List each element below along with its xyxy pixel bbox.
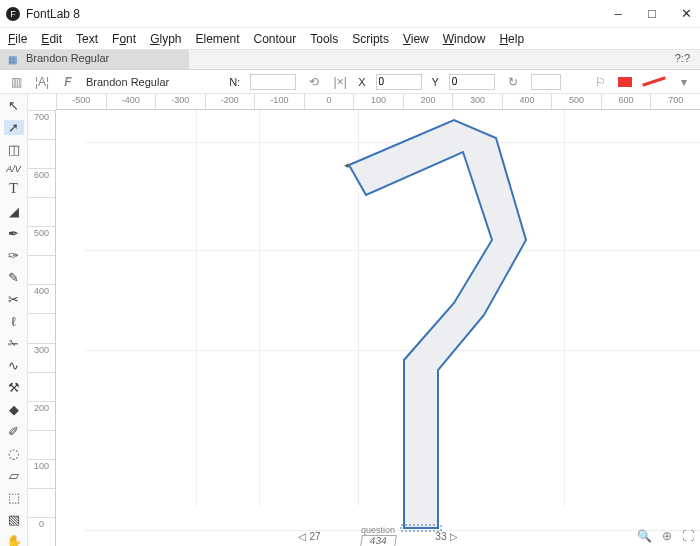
- ruler-tick: [28, 372, 55, 401]
- glyph-canvas[interactable]: ◂: [56, 110, 700, 526]
- ruler-tick: -300: [155, 94, 205, 109]
- ruler-tick: 400: [28, 284, 55, 313]
- tab-info: ?:?: [665, 50, 700, 69]
- zoom-out-icon[interactable]: 🔍: [637, 529, 652, 543]
- y-input[interactable]: [449, 74, 495, 90]
- triangle-left-icon[interactable]: ◁: [298, 531, 306, 542]
- metrics-tool[interactable]: A/V: [4, 164, 24, 174]
- ruler-tool[interactable]: ▱: [4, 468, 24, 483]
- ruler-tick: 200: [28, 401, 55, 430]
- ruler-horizontal[interactable]: -500-400-300-200-10001002003004005006007…: [56, 94, 700, 110]
- name-input[interactable]: [250, 74, 296, 90]
- minimize-icon[interactable]: –: [610, 6, 626, 21]
- canvas-area[interactable]: -500-400-300-200-10001002003004005006007…: [28, 94, 700, 546]
- angle-input[interactable]: [531, 74, 561, 90]
- menu-window[interactable]: Window: [443, 32, 486, 46]
- menu-element[interactable]: Element: [195, 32, 239, 46]
- rect-select-tool[interactable]: ⬚: [4, 490, 24, 505]
- fit-icon[interactable]: ⛶: [682, 529, 694, 543]
- ruler-tick: 100: [28, 459, 55, 488]
- grid-icon: ▦: [8, 54, 17, 65]
- left-sidebearing[interactable]: 27: [310, 531, 321, 542]
- right-sidebearing[interactable]: 33: [435, 531, 446, 542]
- ruler-tick: 600: [28, 168, 55, 197]
- ruler-tick: [28, 488, 55, 517]
- panel-icon[interactable]: ▥: [8, 75, 24, 89]
- font-name[interactable]: Brandon Regular: [86, 76, 169, 88]
- fill-tool[interactable]: ◆: [4, 402, 24, 417]
- element-tool[interactable]: ◫: [4, 142, 24, 157]
- dashed-ellipse-tool[interactable]: ◌: [4, 446, 24, 461]
- glyph-name[interactable]: question: [361, 526, 395, 535]
- ruler-tick: -500: [56, 94, 106, 109]
- property-bar: ▥ ¦A¦ F Brandon Regular N: ⟲ |×| X Y ↻ ⚐…: [0, 70, 700, 94]
- ruler-tick: -400: [106, 94, 156, 109]
- menu-view[interactable]: View: [403, 32, 429, 46]
- ruler-tick: 700: [28, 110, 55, 139]
- ruler-tick: 100: [353, 94, 403, 109]
- zoom-in-icon[interactable]: ⊕: [662, 529, 672, 543]
- glyph-outline[interactable]: ◂: [56, 110, 696, 546]
- ruler-tick: 700: [650, 94, 700, 109]
- menu-font[interactable]: Font: [112, 32, 136, 46]
- rotate-icon[interactable]: ↻: [505, 75, 521, 89]
- tab-font[interactable]: ▦ Brandon Regular: [0, 50, 189, 69]
- toolbox: ↖ ➚ ◫ A/V T ◢ ✒ ✑ ✎ ✂ ℓ ✁ ∿ ⚒ ◆ ✐ ◌ ▱ ⬚ …: [0, 94, 28, 546]
- maximize-icon[interactable]: □: [644, 6, 660, 21]
- pen2-tool[interactable]: ✐: [4, 424, 24, 439]
- canvas-footer: ◁ 27 question 434 33 ▷ 🔍 ⊕ ⛶: [56, 526, 700, 546]
- menu-contour[interactable]: Contour: [254, 32, 297, 46]
- flag-red-icon[interactable]: [618, 77, 632, 87]
- scissors-tool[interactable]: ✁: [4, 336, 24, 351]
- ruler-tick: 500: [28, 226, 55, 255]
- ruler-tick: 400: [502, 94, 552, 109]
- ruler-tick: -200: [205, 94, 255, 109]
- ruler-tick: 0: [304, 94, 354, 109]
- ruler-tick: 300: [28, 343, 55, 372]
- ruler-tick: [28, 313, 55, 342]
- y-label: Y: [432, 76, 439, 88]
- svg-marker-0: [349, 120, 526, 528]
- advance-width[interactable]: 434: [360, 535, 396, 547]
- guide-tool[interactable]: ▧: [4, 512, 24, 527]
- hammer-tool[interactable]: ⚒: [4, 380, 24, 395]
- n-label: N:: [229, 76, 240, 88]
- font-icon: F: [60, 75, 76, 89]
- ruler-tick: 600: [601, 94, 651, 109]
- menu-scripts[interactable]: Scripts: [352, 32, 389, 46]
- ruler-tick: [28, 139, 55, 168]
- menu-text[interactable]: Text: [76, 32, 98, 46]
- pencil-tool[interactable]: ✎: [4, 270, 24, 285]
- pen-tool[interactable]: ✒: [4, 226, 24, 241]
- contour-tool[interactable]: ➚: [4, 120, 24, 135]
- menu-help[interactable]: Help: [499, 32, 524, 46]
- arrow-tool[interactable]: ↖: [4, 98, 24, 113]
- ruler-vertical[interactable]: 7006005004003002001000: [28, 110, 56, 546]
- hand-tool[interactable]: ✋: [4, 534, 24, 546]
- ruler-tick: [28, 430, 55, 459]
- x-input[interactable]: [376, 74, 422, 90]
- ruler-tick: [28, 197, 55, 226]
- menu-edit[interactable]: Edit: [41, 32, 62, 46]
- chevron-down-icon[interactable]: ▾: [676, 75, 692, 89]
- ruler-tick: -100: [254, 94, 304, 109]
- eraser-tool[interactable]: ◢: [4, 204, 24, 219]
- ruler-tick: 500: [551, 94, 601, 109]
- flag-outline-icon[interactable]: ⚐: [592, 75, 608, 89]
- close-icon[interactable]: ✕: [678, 6, 694, 21]
- knife-tool[interactable]: ✂: [4, 292, 24, 307]
- tangent-tool[interactable]: ∿: [4, 358, 24, 373]
- text-tool[interactable]: T: [4, 181, 24, 197]
- tab-label: Brandon Regular: [26, 52, 109, 64]
- color-swatch-icon[interactable]: [642, 76, 666, 86]
- lock-icon[interactable]: |×|: [332, 75, 348, 89]
- window-title: FontLab 8: [26, 7, 80, 21]
- triangle-right-icon[interactable]: ▷: [450, 531, 458, 542]
- brush-tool[interactable]: ℓ: [4, 314, 24, 329]
- menu-glyph[interactable]: Glyph: [150, 32, 181, 46]
- rapid-tool[interactable]: ✑: [4, 248, 24, 263]
- menu-file[interactable]: File: [8, 32, 27, 46]
- text-mode-icon[interactable]: ¦A¦: [34, 75, 50, 89]
- link-icon[interactable]: ⟲: [306, 75, 322, 89]
- menu-tools[interactable]: Tools: [310, 32, 338, 46]
